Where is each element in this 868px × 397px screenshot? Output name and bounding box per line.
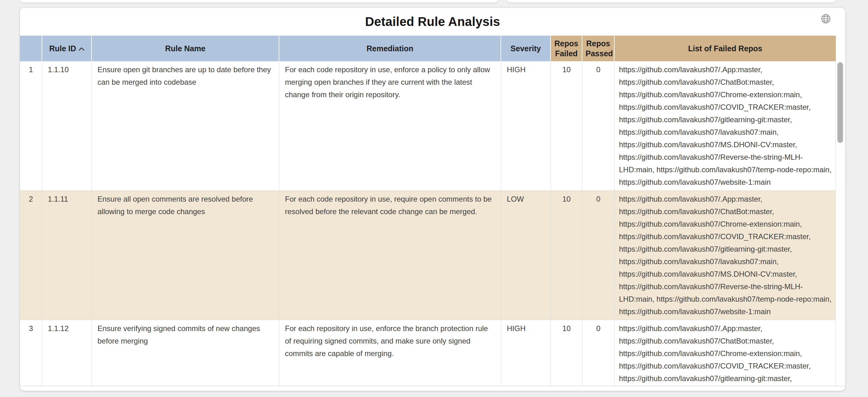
cell-severity: LOW xyxy=(501,191,551,320)
cell-repos-passed: 0 xyxy=(582,320,615,386)
table-header-row: Rule ID Rule Name Remediation Severity R… xyxy=(20,36,836,61)
page-title: Detailed Rule Analysis xyxy=(365,15,500,29)
table-row: 2 1.1.11 Ensure all open comments are re… xyxy=(20,191,836,320)
cell-rule-id: 1.1.10 xyxy=(42,61,92,191)
column-header-repos-passed[interactable]: Repos Passed xyxy=(582,36,615,61)
globe-icon[interactable] xyxy=(821,14,831,24)
column-header-rule-name[interactable]: Rule Name xyxy=(92,36,279,61)
cell-severity: HIGH xyxy=(501,61,551,191)
cell-failed-repos: https://github.com/lavakush07/.App:maste… xyxy=(615,191,836,320)
cell-rule-id: 1.1.12 xyxy=(42,320,92,386)
cell-failed-repos: https://github.com/lavakush07/.App:maste… xyxy=(615,320,836,386)
cell-repos-passed: 0 xyxy=(582,191,615,320)
cell-index: 3 xyxy=(20,320,42,386)
column-header-failed-repos[interactable]: List of Failed Repos xyxy=(615,36,836,61)
column-header-rule-id[interactable]: Rule ID xyxy=(42,36,92,61)
cell-index: 2 xyxy=(20,191,42,320)
column-header-index xyxy=(20,36,42,61)
column-header-remediation[interactable]: Remediation xyxy=(279,36,501,61)
cell-rule-name: Ensure open git branches are up to date … xyxy=(92,61,279,191)
scrollbar-thumb[interactable] xyxy=(837,62,843,143)
cell-rule-name: Ensure verifying signed commits of new c… xyxy=(92,320,279,386)
cell-repos-failed: 10 xyxy=(551,191,582,320)
column-header-rule-id-label: Rule ID xyxy=(49,44,76,53)
column-header-repos-failed[interactable]: Repos Failed xyxy=(551,36,582,61)
top-card-right xyxy=(507,0,836,2)
cell-repos-passed: 0 xyxy=(582,61,615,191)
cell-index: 1 xyxy=(20,61,42,191)
cell-failed-repos: https://github.com/lavakush07/.App:maste… xyxy=(615,61,836,191)
vertical-scrollbar[interactable] xyxy=(836,61,845,386)
top-card-left xyxy=(20,0,498,2)
card-header: Detailed Rule Analysis xyxy=(20,8,845,36)
cell-severity: HIGH xyxy=(501,320,551,386)
cell-remediation: For each code repository in use, require… xyxy=(279,191,501,320)
chevron-up-icon xyxy=(79,47,84,51)
column-header-severity[interactable]: Severity xyxy=(501,36,551,61)
rule-analysis-table-viewport: Rule ID Rule Name Remediation Severity R… xyxy=(20,36,845,386)
cell-rule-name: Ensure all open comments are resolved be… xyxy=(92,191,279,320)
table-row: 1 1.1.10 Ensure open git branches are up… xyxy=(20,61,836,191)
cell-repos-failed: 10 xyxy=(551,320,582,386)
cell-rule-id: 1.1.11 xyxy=(42,191,92,320)
cell-repos-failed: 10 xyxy=(551,61,582,191)
rule-analysis-table: Rule ID Rule Name Remediation Severity R… xyxy=(20,36,836,386)
table-row: 3 1.1.12 Ensure verifying signed commits… xyxy=(20,320,836,386)
cell-remediation: For each repository in use, enforce the … xyxy=(279,320,501,386)
detailed-rule-analysis-card: Detailed Rule Analysis Rule ID xyxy=(20,8,845,391)
cell-remediation: For each code repository in use, enforce… xyxy=(279,61,501,191)
